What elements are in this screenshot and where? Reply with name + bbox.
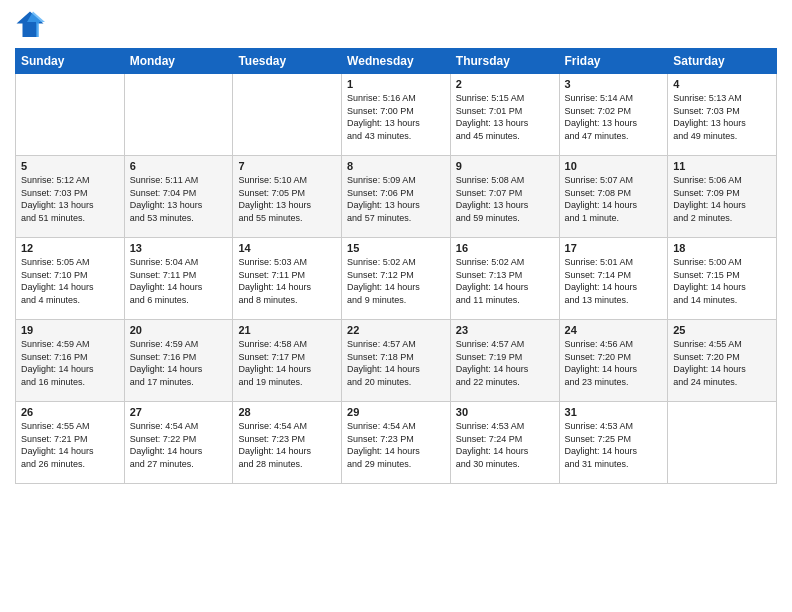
day-number: 24: [565, 324, 663, 336]
calendar-day-empty: [668, 402, 777, 484]
day-info: Sunrise: 5:12 AM Sunset: 7:03 PM Dayligh…: [21, 174, 119, 224]
day-number: 3: [565, 78, 663, 90]
day-info: Sunrise: 4:53 AM Sunset: 7:24 PM Dayligh…: [456, 420, 554, 470]
calendar-day-15: 15Sunrise: 5:02 AM Sunset: 7:12 PM Dayli…: [342, 238, 451, 320]
day-info: Sunrise: 4:54 AM Sunset: 7:22 PM Dayligh…: [130, 420, 228, 470]
day-info: Sunrise: 5:00 AM Sunset: 7:15 PM Dayligh…: [673, 256, 771, 306]
calendar-week-row: 1Sunrise: 5:16 AM Sunset: 7:00 PM Daylig…: [16, 74, 777, 156]
day-number: 15: [347, 242, 445, 254]
calendar-day-23: 23Sunrise: 4:57 AM Sunset: 7:19 PM Dayli…: [450, 320, 559, 402]
day-info: Sunrise: 4:58 AM Sunset: 7:17 PM Dayligh…: [238, 338, 336, 388]
day-info: Sunrise: 5:05 AM Sunset: 7:10 PM Dayligh…: [21, 256, 119, 306]
weekday-header-friday: Friday: [559, 49, 668, 74]
day-number: 14: [238, 242, 336, 254]
day-number: 25: [673, 324, 771, 336]
calendar-day-19: 19Sunrise: 4:59 AM Sunset: 7:16 PM Dayli…: [16, 320, 125, 402]
day-number: 8: [347, 160, 445, 172]
calendar-day-9: 9Sunrise: 5:08 AM Sunset: 7:07 PM Daylig…: [450, 156, 559, 238]
day-number: 19: [21, 324, 119, 336]
calendar-day-13: 13Sunrise: 5:04 AM Sunset: 7:11 PM Dayli…: [124, 238, 233, 320]
day-info: Sunrise: 5:06 AM Sunset: 7:09 PM Dayligh…: [673, 174, 771, 224]
calendar-day-28: 28Sunrise: 4:54 AM Sunset: 7:23 PM Dayli…: [233, 402, 342, 484]
day-number: 16: [456, 242, 554, 254]
day-number: 10: [565, 160, 663, 172]
weekday-header-row: SundayMondayTuesdayWednesdayThursdayFrid…: [16, 49, 777, 74]
calendar-day-empty: [233, 74, 342, 156]
day-info: Sunrise: 5:01 AM Sunset: 7:14 PM Dayligh…: [565, 256, 663, 306]
calendar-day-16: 16Sunrise: 5:02 AM Sunset: 7:13 PM Dayli…: [450, 238, 559, 320]
day-info: Sunrise: 5:10 AM Sunset: 7:05 PM Dayligh…: [238, 174, 336, 224]
day-number: 30: [456, 406, 554, 418]
day-number: 7: [238, 160, 336, 172]
day-info: Sunrise: 5:03 AM Sunset: 7:11 PM Dayligh…: [238, 256, 336, 306]
weekday-header-sunday: Sunday: [16, 49, 125, 74]
day-number: 11: [673, 160, 771, 172]
weekday-header-tuesday: Tuesday: [233, 49, 342, 74]
calendar-day-30: 30Sunrise: 4:53 AM Sunset: 7:24 PM Dayli…: [450, 402, 559, 484]
day-number: 13: [130, 242, 228, 254]
page: SundayMondayTuesdayWednesdayThursdayFrid…: [0, 0, 792, 612]
logo-icon: [15, 10, 45, 40]
calendar-day-11: 11Sunrise: 5:06 AM Sunset: 7:09 PM Dayli…: [668, 156, 777, 238]
day-info: Sunrise: 5:16 AM Sunset: 7:00 PM Dayligh…: [347, 92, 445, 142]
calendar-day-17: 17Sunrise: 5:01 AM Sunset: 7:14 PM Dayli…: [559, 238, 668, 320]
day-info: Sunrise: 4:54 AM Sunset: 7:23 PM Dayligh…: [347, 420, 445, 470]
day-info: Sunrise: 4:56 AM Sunset: 7:20 PM Dayligh…: [565, 338, 663, 388]
calendar-day-21: 21Sunrise: 4:58 AM Sunset: 7:17 PM Dayli…: [233, 320, 342, 402]
calendar-day-7: 7Sunrise: 5:10 AM Sunset: 7:05 PM Daylig…: [233, 156, 342, 238]
day-info: Sunrise: 5:04 AM Sunset: 7:11 PM Dayligh…: [130, 256, 228, 306]
day-number: 4: [673, 78, 771, 90]
calendar-day-27: 27Sunrise: 4:54 AM Sunset: 7:22 PM Dayli…: [124, 402, 233, 484]
day-info: Sunrise: 5:02 AM Sunset: 7:12 PM Dayligh…: [347, 256, 445, 306]
day-number: 1: [347, 78, 445, 90]
header: [15, 10, 777, 40]
day-info: Sunrise: 5:07 AM Sunset: 7:08 PM Dayligh…: [565, 174, 663, 224]
calendar-week-row: 5Sunrise: 5:12 AM Sunset: 7:03 PM Daylig…: [16, 156, 777, 238]
weekday-header-wednesday: Wednesday: [342, 49, 451, 74]
day-info: Sunrise: 4:57 AM Sunset: 7:18 PM Dayligh…: [347, 338, 445, 388]
calendar-day-26: 26Sunrise: 4:55 AM Sunset: 7:21 PM Dayli…: [16, 402, 125, 484]
day-number: 22: [347, 324, 445, 336]
calendar-day-6: 6Sunrise: 5:11 AM Sunset: 7:04 PM Daylig…: [124, 156, 233, 238]
day-number: 9: [456, 160, 554, 172]
day-number: 20: [130, 324, 228, 336]
day-info: Sunrise: 5:13 AM Sunset: 7:03 PM Dayligh…: [673, 92, 771, 142]
day-number: 5: [21, 160, 119, 172]
day-number: 17: [565, 242, 663, 254]
calendar-day-10: 10Sunrise: 5:07 AM Sunset: 7:08 PM Dayli…: [559, 156, 668, 238]
day-info: Sunrise: 4:57 AM Sunset: 7:19 PM Dayligh…: [456, 338, 554, 388]
day-info: Sunrise: 4:54 AM Sunset: 7:23 PM Dayligh…: [238, 420, 336, 470]
weekday-header-thursday: Thursday: [450, 49, 559, 74]
calendar-day-4: 4Sunrise: 5:13 AM Sunset: 7:03 PM Daylig…: [668, 74, 777, 156]
calendar-day-29: 29Sunrise: 4:54 AM Sunset: 7:23 PM Dayli…: [342, 402, 451, 484]
day-info: Sunrise: 4:59 AM Sunset: 7:16 PM Dayligh…: [130, 338, 228, 388]
day-number: 29: [347, 406, 445, 418]
calendar-day-25: 25Sunrise: 4:55 AM Sunset: 7:20 PM Dayli…: [668, 320, 777, 402]
day-number: 2: [456, 78, 554, 90]
calendar-day-24: 24Sunrise: 4:56 AM Sunset: 7:20 PM Dayli…: [559, 320, 668, 402]
day-info: Sunrise: 4:59 AM Sunset: 7:16 PM Dayligh…: [21, 338, 119, 388]
svg-marker-0: [17, 12, 44, 38]
day-info: Sunrise: 5:08 AM Sunset: 7:07 PM Dayligh…: [456, 174, 554, 224]
day-info: Sunrise: 4:53 AM Sunset: 7:25 PM Dayligh…: [565, 420, 663, 470]
calendar-day-31: 31Sunrise: 4:53 AM Sunset: 7:25 PM Dayli…: [559, 402, 668, 484]
day-info: Sunrise: 5:11 AM Sunset: 7:04 PM Dayligh…: [130, 174, 228, 224]
calendar-day-14: 14Sunrise: 5:03 AM Sunset: 7:11 PM Dayli…: [233, 238, 342, 320]
day-info: Sunrise: 5:02 AM Sunset: 7:13 PM Dayligh…: [456, 256, 554, 306]
weekday-header-monday: Monday: [124, 49, 233, 74]
day-info: Sunrise: 5:14 AM Sunset: 7:02 PM Dayligh…: [565, 92, 663, 142]
day-number: 28: [238, 406, 336, 418]
day-info: Sunrise: 4:55 AM Sunset: 7:21 PM Dayligh…: [21, 420, 119, 470]
calendar-day-2: 2Sunrise: 5:15 AM Sunset: 7:01 PM Daylig…: [450, 74, 559, 156]
calendar-day-1: 1Sunrise: 5:16 AM Sunset: 7:00 PM Daylig…: [342, 74, 451, 156]
day-number: 27: [130, 406, 228, 418]
calendar-day-3: 3Sunrise: 5:14 AM Sunset: 7:02 PM Daylig…: [559, 74, 668, 156]
day-number: 6: [130, 160, 228, 172]
calendar-day-12: 12Sunrise: 5:05 AM Sunset: 7:10 PM Dayli…: [16, 238, 125, 320]
day-number: 23: [456, 324, 554, 336]
day-info: Sunrise: 5:09 AM Sunset: 7:06 PM Dayligh…: [347, 174, 445, 224]
day-number: 31: [565, 406, 663, 418]
day-info: Sunrise: 5:15 AM Sunset: 7:01 PM Dayligh…: [456, 92, 554, 142]
day-info: Sunrise: 4:55 AM Sunset: 7:20 PM Dayligh…: [673, 338, 771, 388]
calendar-day-18: 18Sunrise: 5:00 AM Sunset: 7:15 PM Dayli…: [668, 238, 777, 320]
